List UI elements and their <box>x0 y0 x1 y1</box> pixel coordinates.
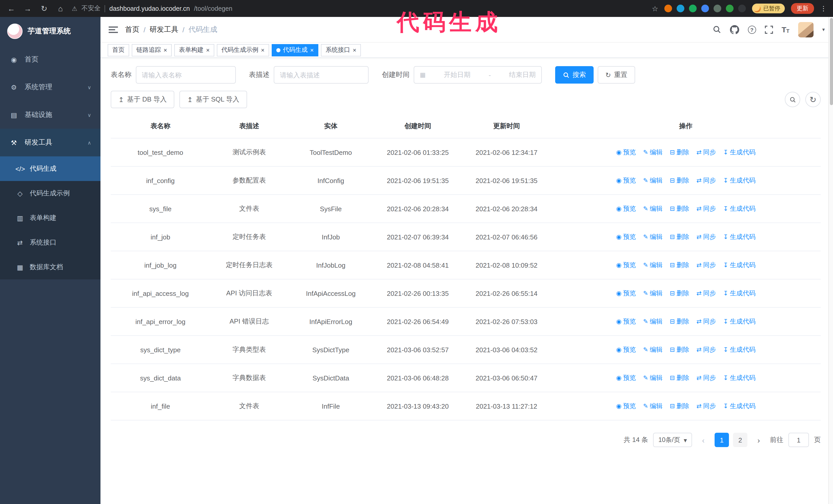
edit-link[interactable]: ✎编辑 <box>643 289 663 297</box>
table-name-input[interactable] <box>142 71 230 79</box>
reload-button[interactable]: ↻ <box>39 3 49 14</box>
edit-link[interactable]: ✎编辑 <box>643 233 663 241</box>
help-icon[interactable]: ? <box>748 25 756 33</box>
generate-link[interactable]: ↧生成代码 <box>723 317 755 326</box>
breadcrumb-item[interactable]: 研发工具 <box>150 25 178 34</box>
sync-link[interactable]: ⇄同步 <box>696 176 716 185</box>
bookmark-star-icon[interactable]: ☆ <box>652 4 658 13</box>
delete-link[interactable]: ⊟删除 <box>670 233 689 241</box>
sidebar-item-devtools[interactable]: ⚒研发工具∧ <box>0 129 100 157</box>
close-icon[interactable]: × <box>164 47 167 53</box>
address-bar[interactable]: ⚠ 不安全 dashboard.yudao.iocoder.cn/tool/co… <box>72 4 646 13</box>
edit-link[interactable]: ✎编辑 <box>643 317 663 326</box>
sync-paused-badge[interactable]: 已暂停 <box>752 4 785 13</box>
goto-page-input[interactable] <box>788 433 809 447</box>
close-icon[interactable]: × <box>261 47 264 53</box>
sidebar-item-system[interactable]: ⚙系统管理∨ <box>0 73 100 101</box>
close-icon[interactable]: × <box>310 47 314 53</box>
generate-link[interactable]: ↧生成代码 <box>723 289 755 297</box>
user-avatar[interactable] <box>798 22 813 37</box>
tab-api[interactable]: 系统接口× <box>321 44 361 56</box>
edit-link[interactable]: ✎编辑 <box>643 148 663 157</box>
close-icon[interactable]: × <box>353 47 356 53</box>
sidebar-item-form-builder[interactable]: ▥表单构建 <box>0 206 100 230</box>
sidebar-item-home[interactable]: ◉首页 <box>0 46 100 73</box>
edit-link[interactable]: ✎编辑 <box>643 402 663 410</box>
table-desc-input[interactable] <box>280 71 362 79</box>
breadcrumb-item[interactable]: 首页 <box>125 25 139 34</box>
preview-link[interactable]: ◉预览 <box>616 176 636 185</box>
page-button-1[interactable]: 1 <box>715 433 729 447</box>
delete-link[interactable]: ⊟删除 <box>670 176 689 185</box>
generate-link[interactable]: ↧生成代码 <box>723 345 755 354</box>
extension-icon[interactable] <box>677 5 684 12</box>
preview-link[interactable]: ◉预览 <box>616 345 636 354</box>
tab-codegen[interactable]: 代码生成× <box>272 44 318 56</box>
avatar-caret-down-icon[interactable]: ▾ <box>822 27 825 32</box>
home-button[interactable]: ⌂ <box>55 3 66 14</box>
sidebar-item-codegen-demo[interactable]: ◇代码生成示例 <box>0 181 100 206</box>
extension-icon[interactable] <box>664 5 672 12</box>
delete-link[interactable]: ⊟删除 <box>670 261 689 269</box>
table-search-toggle-button[interactable] <box>785 92 800 107</box>
preview-link[interactable]: ◉预览 <box>616 261 636 269</box>
sync-link[interactable]: ⇄同步 <box>696 317 716 326</box>
sidebar-item-db-doc[interactable]: ▦数据库文档 <box>0 255 100 280</box>
chrome-update-button[interactable]: 更新 <box>791 3 814 14</box>
font-size-icon[interactable]: TT <box>782 25 789 34</box>
sidebar-item-api[interactable]: ⇄系统接口 <box>0 230 100 255</box>
github-icon[interactable] <box>730 25 739 34</box>
edit-link[interactable]: ✎编辑 <box>643 176 663 185</box>
edit-link[interactable]: ✎编辑 <box>643 374 663 382</box>
close-icon[interactable]: × <box>206 47 210 53</box>
generate-link[interactable]: ↧生成代码 <box>723 176 755 185</box>
fullscreen-icon[interactable] <box>765 25 773 33</box>
import-sql-button[interactable]: ↥ 基于 SQL 导入 <box>180 91 247 108</box>
prev-page-button[interactable]: ‹ <box>697 433 710 447</box>
search-icon[interactable] <box>712 25 721 34</box>
sync-link[interactable]: ⇄同步 <box>696 374 716 382</box>
back-button[interactable]: ← <box>6 3 17 14</box>
preview-link[interactable]: ◉预览 <box>616 317 636 326</box>
next-page-button[interactable]: › <box>753 433 765 447</box>
sync-link[interactable]: ⇄同步 <box>696 204 716 213</box>
generate-link[interactable]: ↧生成代码 <box>723 374 755 382</box>
delete-link[interactable]: ⊟删除 <box>670 402 689 410</box>
tab-codegen-demo[interactable]: 代码生成示例× <box>217 44 269 56</box>
preview-link[interactable]: ◉预览 <box>616 402 636 410</box>
sidebar-item-codegen[interactable]: </>代码生成 <box>0 157 100 181</box>
sync-link[interactable]: ⇄同步 <box>696 402 716 410</box>
delete-link[interactable]: ⊟删除 <box>670 204 689 213</box>
date-range-picker[interactable]: ▦ 开始日期 - 结束日期 <box>414 66 542 83</box>
sync-link[interactable]: ⇄同步 <box>696 148 716 157</box>
reset-button[interactable]: ↻ 重置 <box>598 66 635 83</box>
delete-link[interactable]: ⊟删除 <box>670 289 689 297</box>
extension-icon[interactable] <box>726 5 734 12</box>
delete-link[interactable]: ⊟删除 <box>670 148 689 157</box>
generate-link[interactable]: ↧生成代码 <box>723 233 755 241</box>
extension-icon[interactable] <box>714 5 721 12</box>
sync-link[interactable]: ⇄同步 <box>696 289 716 297</box>
extension-icon[interactable] <box>738 5 746 12</box>
sync-link[interactable]: ⇄同步 <box>696 345 716 354</box>
sync-link[interactable]: ⇄同步 <box>696 233 716 241</box>
tab-home[interactable]: 首页 <box>108 44 129 56</box>
edit-link[interactable]: ✎编辑 <box>643 345 663 354</box>
page-scrollbar[interactable] <box>828 17 833 504</box>
preview-link[interactable]: ◉预览 <box>616 204 636 213</box>
import-db-button[interactable]: ↥ 基于 DB 导入 <box>111 91 174 108</box>
preview-link[interactable]: ◉预览 <box>616 233 636 241</box>
hamburger-icon[interactable] <box>109 25 118 33</box>
table-refresh-button[interactable]: ↻ <box>805 92 821 107</box>
delete-link[interactable]: ⊟删除 <box>670 345 689 354</box>
tab-tracing[interactable]: 链路追踪× <box>132 44 172 56</box>
delete-link[interactable]: ⊟删除 <box>670 317 689 326</box>
app-logo[interactable]: 芋道管理系统 <box>0 17 100 46</box>
scrollbar-thumb[interactable] <box>830 18 833 105</box>
generate-link[interactable]: ↧生成代码 <box>723 261 755 269</box>
preview-link[interactable]: ◉预览 <box>616 374 636 382</box>
forward-button[interactable]: → <box>23 3 33 14</box>
tab-form-builder[interactable]: 表单构建× <box>174 44 214 56</box>
generate-link[interactable]: ↧生成代码 <box>723 148 755 157</box>
generate-link[interactable]: ↧生成代码 <box>723 204 755 213</box>
